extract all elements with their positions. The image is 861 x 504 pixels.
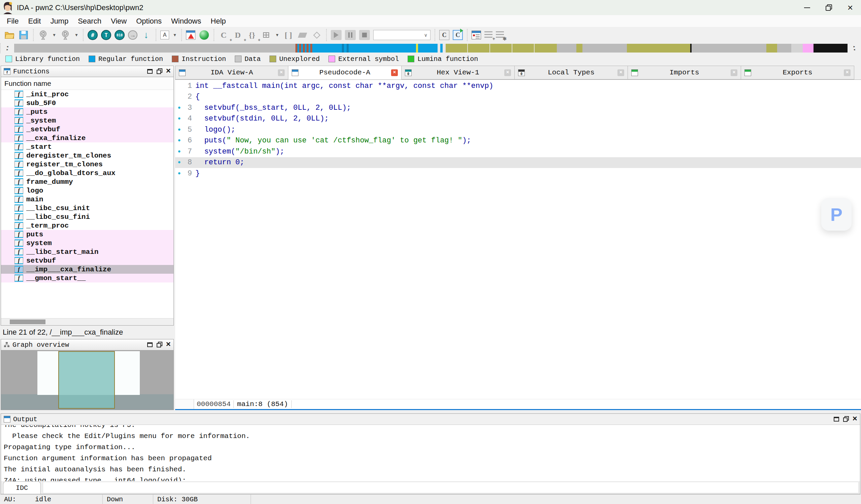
tab-close-button[interactable]: × — [730, 69, 737, 76]
pseudocode-view[interactable]: 1int __fastcall main(int argc, const cha… — [175, 80, 861, 399]
function-row[interactable]: f__libc_csu_init — [1, 204, 174, 212]
output-header[interactable]: Output × — [1, 414, 860, 425]
debug-stop-button[interactable] — [359, 30, 370, 40]
text-search-button[interactable]: T — [101, 30, 111, 40]
output-float-button[interactable] — [843, 417, 849, 421]
idc-input[interactable] — [43, 482, 859, 493]
breakpoints-button[interactable] — [186, 30, 195, 40]
menu-item-file[interactable]: File — [2, 17, 23, 26]
function-row[interactable]: f_term_proc — [1, 221, 174, 230]
function-list-hscrollbar[interactable] — [1, 318, 174, 325]
code-line[interactable]: ●5 logo(); — [175, 124, 861, 135]
navigation-band[interactable] — [14, 44, 848, 53]
band-segment-olive[interactable] — [512, 44, 534, 53]
jump-forward-menu-arrow[interactable]: ▼ — [74, 33, 79, 37]
function-row[interactable]: flogo — [1, 186, 174, 195]
debug-pause-button[interactable] — [345, 30, 356, 40]
function-row[interactable]: f__imp___cxa_finalize — [1, 265, 174, 274]
hide-item-button[interactable] — [311, 30, 322, 40]
code-line[interactable]: 1int __fastcall main(int argc, const cha… — [175, 81, 861, 92]
hscrollbar-thumb[interactable] — [10, 320, 45, 324]
band-segment-olive[interactable] — [576, 44, 583, 53]
tab-close-button[interactable]: × — [278, 69, 285, 76]
function-row[interactable]: f_system — [1, 116, 174, 125]
band-segment-ltgray2[interactable] — [791, 44, 803, 53]
code-line[interactable]: ●6 puts(" Now, you can use 'cat /ctfshow… — [175, 135, 861, 146]
function-row[interactable]: f__libc_csu_fini — [1, 212, 174, 221]
tab-hex-view-1[interactable]: 0Hex View-1× — [401, 66, 515, 80]
band-segment-blue[interactable] — [418, 44, 438, 53]
band-scroll-right-button[interactable]: ▸◂ — [848, 44, 861, 53]
minimize-button[interactable] — [796, 0, 818, 15]
code-line[interactable]: 2{ — [175, 92, 861, 103]
band-segment-blue[interactable] — [312, 44, 342, 53]
band-segment-olive[interactable] — [468, 44, 490, 53]
code-line[interactable]: ●4 setvbuf(stdin, 0LL, 2, 0LL); — [175, 113, 861, 125]
output-window-button[interactable] — [472, 31, 481, 39]
band-segment-gray[interactable] — [583, 44, 627, 53]
band-segment-olive[interactable] — [766, 44, 777, 53]
idc-tab[interactable]: IDC — [3, 481, 41, 494]
font-menu-arrow[interactable]: ▼ — [173, 33, 177, 37]
compile-button[interactable]: C — [453, 30, 463, 40]
jump-down-button[interactable]: ↓ — [141, 30, 152, 40]
menu-item-options[interactable]: Options — [132, 17, 166, 26]
function-name-column-header[interactable]: Function name — [1, 77, 174, 90]
function-row[interactable]: fsystem — [1, 239, 174, 248]
function-row[interactable]: f_puts — [1, 108, 174, 116]
band-segment-pink[interactable] — [803, 44, 814, 53]
function-row[interactable]: f_start — [1, 142, 174, 151]
band-segment-gray[interactable] — [777, 44, 791, 53]
code-line[interactable]: ●3 setvbuf(_bss_start, 0LL, 2, 0LL); — [175, 102, 861, 113]
band-segment-olive[interactable] — [446, 44, 467, 53]
band-segment-black[interactable] — [814, 44, 848, 53]
font-button[interactable]: A — [160, 31, 169, 39]
band-segment-olive[interactable] — [535, 44, 557, 53]
menu-item-jump[interactable]: Jump — [45, 17, 73, 26]
function-row[interactable]: f__cxa_finalize — [1, 134, 174, 142]
graph-float-button[interactable] — [156, 342, 162, 347]
recompile-button[interactable]: C — [439, 30, 449, 40]
names-window-button[interactable]: # — [87, 30, 98, 40]
debug-start-button[interactable] — [331, 30, 342, 40]
jump-back-menu-arrow[interactable]: ▼ — [52, 33, 57, 37]
make-menu-arrow[interactable]: ▼ — [275, 33, 279, 37]
output-maximize-button[interactable] — [834, 417, 839, 421]
function-row[interactable]: f_setvbuf — [1, 125, 174, 134]
make-struct-button[interactable]: {}+ — [247, 30, 257, 40]
function-row[interactable]: fmain — [1, 195, 174, 204]
code-line[interactable]: ●7 system("/bin/sh"); — [175, 146, 861, 157]
debugger-select[interactable]: ∨ — [373, 30, 430, 40]
tab-imports[interactable]: Imports× — [628, 66, 741, 80]
jump-back-button[interactable] — [38, 30, 49, 40]
band-segment-stripes[interactable] — [296, 44, 312, 53]
jump-forward-button[interactable] — [60, 30, 71, 40]
graph-close-button[interactable]: × — [166, 342, 171, 348]
tab-local-types[interactable]: 0Local Types× — [515, 66, 628, 80]
function-row[interactable]: f__do_global_dtors_aux — [1, 169, 174, 178]
windows-add-button[interactable]: + — [484, 31, 492, 39]
band-segment-blue[interactable] — [344, 44, 347, 53]
band-segment-olive[interactable] — [627, 44, 690, 53]
screenshot-tool-badge[interactable]: P — [821, 198, 851, 230]
band-scroll-left-button[interactable]: ◂▸ — [1, 44, 14, 53]
output-close-button[interactable]: × — [852, 417, 857, 422]
tab-exports[interactable]: Exports× — [741, 66, 854, 80]
open-file-button[interactable] — [4, 30, 15, 40]
menu-item-windows[interactable]: Windows — [166, 17, 206, 26]
close-button[interactable]: × — [839, 0, 861, 15]
function-row[interactable]: fframe_dummy — [1, 178, 174, 186]
band-segment-ltgray[interactable] — [438, 44, 440, 53]
resume-button[interactable] — [200, 30, 209, 40]
windows-settings-button[interactable]: ✱ — [496, 31, 504, 39]
functions-float-button[interactable] — [156, 69, 162, 74]
graph-overview-header[interactable]: Graph overview × — [1, 339, 174, 350]
make-data-button[interactable]: D+ — [232, 30, 243, 40]
graph-maximize-button[interactable] — [147, 342, 153, 347]
function-row[interactable]: fsetvbuf — [1, 256, 174, 265]
tab-ida-view-a[interactable]: IDA View-A× — [175, 66, 288, 80]
code-line[interactable]: ●8 return 0; — [175, 157, 861, 168]
band-segment-blue[interactable] — [440, 44, 442, 53]
save-file-button[interactable] — [18, 30, 29, 40]
function-row[interactable]: f__libc_start_main — [1, 248, 174, 256]
